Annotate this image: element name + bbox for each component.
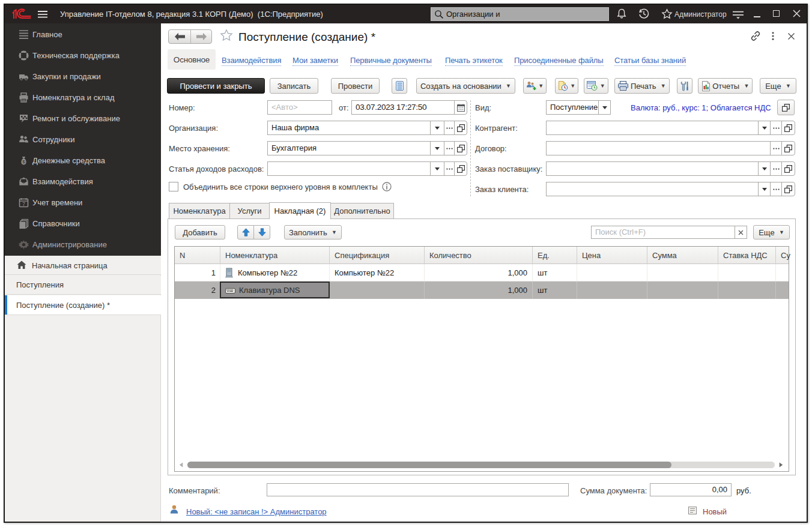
svg-text:7: 7 xyxy=(22,201,25,207)
svg-text:$: $ xyxy=(22,159,25,164)
